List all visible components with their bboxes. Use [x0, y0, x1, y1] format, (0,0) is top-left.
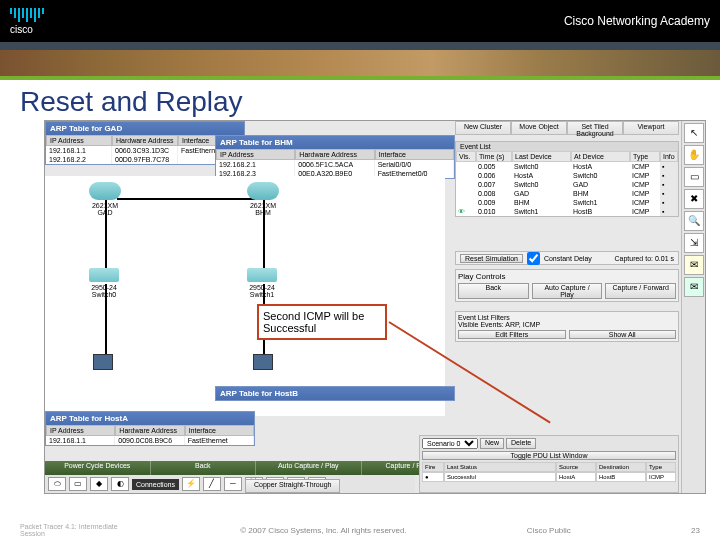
back-button[interactable]: Back — [458, 283, 529, 299]
scenario-panel: Scenario 0 New Delete Toggle PDU List Wi… — [419, 435, 679, 493]
simple-pdu-icon[interactable]: ✉ — [684, 255, 704, 275]
pc-icon — [253, 354, 273, 370]
reset-row: Reset Simulation Constant Delay Captured… — [455, 251, 679, 265]
event-row[interactable]: 0.007Switch0GADICMP▪ — [456, 180, 678, 189]
power-cycle-button[interactable]: Power Cycle Devices — [45, 461, 151, 475]
side-toolbar: ↖ ✋ ▭ ✖ 🔍 ⇲ ✉ ✉ — [681, 121, 705, 493]
inspect-tool-icon[interactable]: 🔍 — [684, 211, 704, 231]
slide-number: 23 — [691, 526, 700, 535]
arp-gad-title: ARP Table for GAD — [46, 122, 244, 135]
switch-category-icon[interactable]: ▭ — [69, 477, 87, 491]
wireless-category-icon[interactable]: ◐ — [111, 477, 129, 491]
play-controls-title: Play Controls — [458, 272, 676, 281]
auto-conn-icon[interactable]: ⚡ — [182, 477, 200, 491]
logo-text: cisco — [10, 24, 33, 35]
arp-hostb-title: ARP Table for HostB — [216, 387, 454, 400]
event-row[interactable]: 0.006HostASwitch0ICMP▪ — [456, 171, 678, 180]
pdu-row[interactable]: ● Successful HostA HostB ICMP — [422, 472, 676, 482]
device-palette: ⬭ ▭ ◆ ◐ Connections ⚡ ╱ ─ ╳ ≈ ~ ⋯ — [45, 475, 415, 493]
event-row[interactable]: 0.008GADBHMICMP▪ — [456, 189, 678, 198]
edit-filters-button[interactable]: Edit Filters — [458, 330, 566, 339]
move-object-button[interactable]: Move Object — [511, 121, 567, 135]
col-ip: IP Address — [46, 135, 112, 146]
event-row[interactable]: 👁0.010Switch1HostBICMP▪ — [456, 207, 678, 216]
arp-hosta-headers: IP Address Hardware Address Interface — [46, 425, 254, 436]
bar-auto-button[interactable]: Auto Capture / Play — [256, 461, 362, 475]
switch-icon — [89, 268, 119, 282]
constant-delay-label: Constant Delay — [544, 255, 592, 262]
console-conn-icon[interactable]: ╱ — [203, 477, 221, 491]
router-icon — [89, 182, 121, 200]
hub-category-icon[interactable]: ◆ — [90, 477, 108, 491]
arp-bhm-headers: IP Address Hardware Address Interface — [216, 149, 454, 160]
slide-footer: Packet Tracer 4.1: Intermediate Session … — [0, 520, 720, 540]
arp-bhm-title: ARP Table for BHM — [216, 136, 454, 149]
col-mac: Hardware Address — [112, 135, 178, 146]
new-cluster-button[interactable]: New Cluster — [455, 121, 511, 135]
switch1[interactable]: 2950-24Switch1 — [247, 268, 277, 298]
select-tool-icon[interactable]: ↖ — [684, 123, 704, 143]
arp-table-hosta: ARP Table for HostA IP Address Hardware … — [45, 411, 255, 446]
event-list-panel: Event List Vis. Time (s) Last Device At … — [455, 141, 679, 217]
constant-delay-checkbox[interactable] — [527, 252, 540, 265]
cisco-topbar: cisco Cisco Networking Academy — [0, 0, 720, 50]
event-list-title: Event List — [456, 142, 678, 151]
reset-simulation-button[interactable]: Reset Simulation — [460, 254, 523, 263]
event-row[interactable]: 0.009BHMSwitch1ICMP▪ — [456, 198, 678, 207]
capture-forward-button[interactable]: Capture / Forward — [605, 283, 676, 299]
note-tool-icon[interactable]: ▭ — [684, 167, 704, 187]
router-category-icon[interactable]: ⬭ — [48, 477, 66, 491]
visible-events: Visible Events: ARP, ICMP — [458, 321, 676, 328]
show-all-button[interactable]: Show All — [569, 330, 677, 339]
connections-label[interactable]: Connections — [132, 479, 179, 490]
new-scenario-button[interactable]: New — [480, 438, 504, 449]
filters-title: Event List Filters — [458, 314, 676, 321]
play-controls-panel: Play Controls Back Auto Capture / Play C… — [455, 269, 679, 302]
footer-classification: Cisco Public — [527, 526, 571, 535]
router-bhm[interactable]: 2621XMBHM — [247, 182, 279, 216]
event-row[interactable]: 0.005Switch0HostAICMP▪ — [456, 162, 678, 171]
pc-icon — [93, 354, 113, 370]
scenario-select[interactable]: Scenario 0 — [422, 438, 478, 449]
arp-row: 192.168.1.10090.0C08.B9C6FastEthernet — [46, 436, 254, 445]
arp-table-hostb: ARP Table for HostB — [215, 386, 455, 401]
hand-tool-icon[interactable]: ✋ — [684, 145, 704, 165]
cisco-logo: cisco — [10, 8, 44, 35]
topology-canvas[interactable]: 2621XMGAD 2621XMBHM 2950-24Switch0 2950-… — [45, 176, 445, 416]
host-b[interactable] — [253, 354, 273, 372]
switch-icon — [247, 268, 277, 282]
academy-text: Cisco Networking Academy — [564, 14, 710, 28]
logo-bars-icon — [10, 8, 44, 22]
event-list-headers: Vis. Time (s) Last Device At Device Type… — [456, 151, 678, 162]
host-a[interactable] — [93, 354, 113, 372]
copper-straight-icon[interactable]: ─ — [224, 477, 242, 491]
col-ip: IP Address — [216, 149, 295, 160]
callout-box: Second ICMP will be Successful — [257, 304, 387, 340]
pdu-headers: Fire Last Status Source Destination Type — [422, 462, 676, 472]
router-gad[interactable]: 2621XMGAD — [89, 182, 121, 216]
complex-pdu-icon[interactable]: ✉ — [684, 277, 704, 297]
footer-left: Packet Tracer 4.1: Intermediate Session — [20, 523, 120, 537]
col-int: Interface — [375, 149, 454, 160]
arp-hosta-title: ARP Table for HostA — [46, 412, 254, 425]
delete-scenario-button[interactable]: Delete — [506, 438, 536, 449]
logical-toolbar: New Cluster Move Object Set Tiled Backgr… — [455, 121, 679, 135]
toggle-pdu-button[interactable]: Toggle PDU List Window — [422, 451, 676, 460]
bar-back-button[interactable]: Back — [151, 461, 257, 475]
slide-title: Reset and Replay — [0, 80, 720, 124]
arp-table-bhm: ARP Table for BHM IP Address Hardware Ad… — [215, 135, 455, 179]
switch0[interactable]: 2950-24Switch0 — [89, 268, 119, 298]
footer-copyright: © 2007 Cisco Systems, Inc. All rights re… — [240, 526, 406, 535]
capture-rate: Captured to: 0.01 s — [614, 255, 674, 262]
arp-row: 192.168.2.10006.5F1C.5ACASerial0/0/0 — [216, 160, 454, 169]
tile-bg-button[interactable]: Set Tiled Background — [567, 121, 623, 135]
resize-tool-icon[interactable]: ⇲ — [684, 233, 704, 253]
col-mac: Hardware Address — [295, 149, 374, 160]
packet-tracer-app: ARP Table for GAD IP Address Hardware Ad… — [44, 120, 706, 494]
delete-tool-icon[interactable]: ✖ — [684, 189, 704, 209]
topology-link — [117, 198, 257, 200]
auto-capture-button[interactable]: Auto Capture / Play — [532, 283, 603, 299]
viewport-button[interactable]: Viewport — [623, 121, 679, 135]
router-icon — [247, 182, 279, 200]
accent-strip — [0, 50, 720, 80]
